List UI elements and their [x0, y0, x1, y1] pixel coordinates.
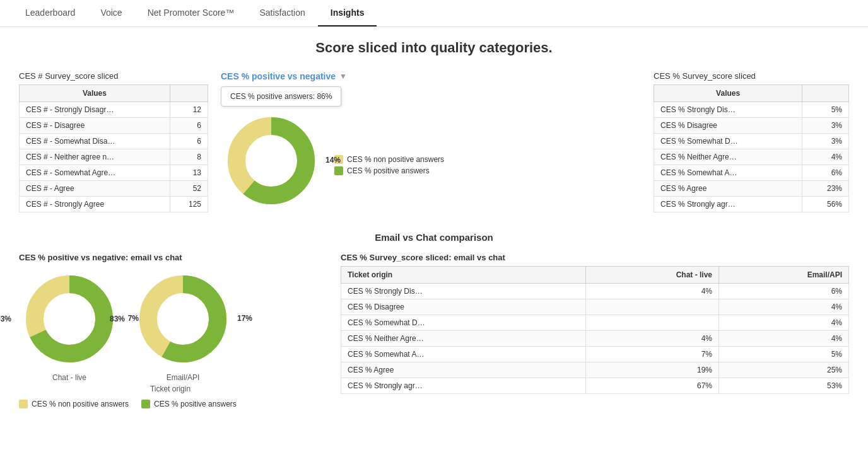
comparison-title: Email vs Chat comparison — [19, 232, 849, 243]
legend-color — [334, 166, 343, 175]
comparison-table-heading: CES % Survey_score sliced: email vs chat — [341, 253, 849, 262]
table-row: CES # - Neither agree n…8 — [20, 149, 208, 165]
nav-item-insights[interactable]: Insights — [318, 0, 377, 26]
table-row: CES # - Strongly Agree125 — [20, 197, 208, 212]
chart-tooltip: CES % positive answers: 86% — [221, 86, 341, 107]
left-table-col-header: Values — [20, 85, 170, 102]
table-row: CES % Disagree3% — [654, 118, 849, 134]
center-donut-chart: 14% — [221, 110, 322, 213]
table-row: CES % Agree23% — [654, 181, 849, 197]
navigation: LeaderboardVoiceNet Promoter Score™Satis… — [0, 0, 868, 27]
left-table-block: CES # Survey_score sliced Values CES # -… — [19, 71, 208, 213]
nav-item-satisfaction[interactable]: Satisfaction — [247, 0, 317, 26]
nav-item-nps[interactable]: Net Promoter Score™ — [135, 0, 247, 26]
table-row: CES # - Somewhat Disa…6 — [20, 134, 208, 149]
chart-label: Chat - live — [52, 373, 86, 382]
right-table: Values CES % Strongly Dis…5%CES % Disagr… — [654, 84, 849, 212]
table-row: CES % Somewhat D…4% — [341, 315, 849, 331]
comparison-table-header: Ticket origin — [341, 267, 586, 284]
table-row: CES # - Disagree6 — [20, 118, 208, 134]
email-chat-heading: CES % positive vs negative: email vs cha… — [19, 253, 322, 262]
legend-item: CES % non positive answers — [19, 400, 129, 408]
comparison-chart-item: 93% 7% Chat - live — [19, 269, 120, 382]
bottom-legend: CES % non positive answersCES % positive… — [19, 400, 322, 408]
table-row: CES % Strongly agr…67%53% — [341, 378, 849, 394]
table-row: CES % Neither Agre…4%4% — [341, 331, 849, 347]
legend-item: CES % positive answers — [141, 400, 237, 408]
center-chart-section: CES % positive vs negative ▼ CES % posit… — [221, 71, 641, 213]
svg-point-8 — [158, 294, 208, 344]
comparison-table-header: Email/API — [719, 267, 849, 284]
table-row: CES % Somewhat A…6% — [654, 165, 849, 181]
comparison-table-block: CES % Survey_score sliced: email vs chat… — [341, 253, 849, 408]
table-row: CES % Strongly Dis…4%6% — [341, 284, 849, 299]
right-table-block: CES % Survey_score sliced Values CES % S… — [654, 71, 849, 213]
dropdown-icon[interactable]: ▼ — [339, 72, 347, 81]
table-row: CES % Strongly Dis…5% — [654, 102, 849, 118]
center-chart-title[interactable]: CES % positive vs negative ▼ — [221, 71, 641, 81]
left-table-heading: CES # Survey_score sliced — [19, 71, 208, 81]
right-table-col-header: Values — [654, 85, 802, 102]
negative-pct-label: 14% — [326, 156, 341, 165]
left-table: Values CES # - Strongly Disagr…12CES # -… — [19, 84, 208, 212]
svg-point-5 — [44, 294, 95, 344]
comparison-table: Ticket originChat - liveEmail/API CES % … — [341, 266, 849, 394]
email-chat-charts: CES % positive vs negative: email vs cha… — [19, 253, 322, 408]
nav-item-leaderboard[interactable]: Leaderboard — [13, 0, 88, 26]
positive-pct-label: 83% — [110, 315, 125, 323]
comparison-chart-item: 83% 17% Email/API — [132, 269, 233, 382]
svg-point-2 — [246, 136, 296, 186]
nav-item-voice[interactable]: Voice — [88, 0, 134, 26]
chart-label: Email/API — [167, 373, 200, 382]
table-row: CES # - Strongly Disagr…12 — [20, 102, 208, 118]
negative-pct-label: 17% — [237, 314, 252, 323]
table-row: CES # - Agree52 — [20, 181, 208, 197]
table-row: CES % Disagree4% — [341, 299, 849, 315]
table-row: CES # - Somewhat Agre…13 — [20, 165, 208, 181]
right-table-heading: CES % Survey_score sliced — [654, 71, 849, 81]
legend-color — [141, 400, 150, 408]
ticket-origin-label: Ticket origin — [19, 384, 322, 393]
table-row: CES % Strongly agr…56% — [654, 197, 849, 212]
table-row: CES % Neither Agre…4% — [654, 149, 849, 165]
legend-item: CES % positive answers — [334, 166, 444, 175]
legend-item: CES % non positive answers — [334, 155, 444, 164]
table-row: CES % Somewhat A…7%5% — [341, 347, 849, 362]
legend-color — [19, 400, 28, 408]
comparison-table-header: Chat - live — [585, 267, 718, 284]
center-chart-legend: CES % non positive answersCES % positive… — [334, 155, 444, 175]
page-title: Score sliced into quality categories. — [19, 40, 849, 56]
positive-pct-label: 93% — [0, 315, 11, 323]
table-row: CES % Agree19%25% — [341, 362, 849, 378]
table-row: CES % Somewhat D…3% — [654, 134, 849, 149]
